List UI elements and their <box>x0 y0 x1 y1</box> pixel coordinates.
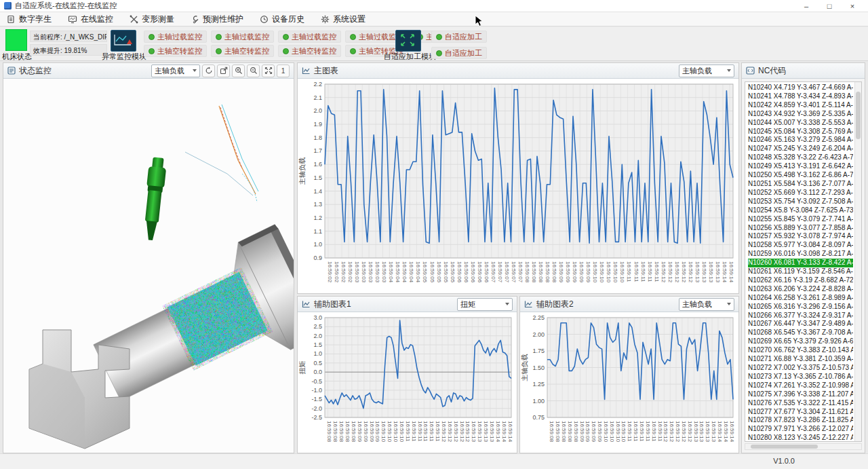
svg-text:16:59:11: 16:59:11 <box>417 421 423 442</box>
nc-code-line[interactable]: N10244 X5.007 Y-3.338 Z-5.553 A-75.297 <box>748 119 853 128</box>
nc-code-line[interactable]: N10269 X6.65 Y-3.379 Z-9.926 A-69.947 C <box>748 337 853 346</box>
nc-code-line[interactable]: N10245 X5.084 Y-3.308 Z-5.769 A-75.088 <box>748 128 853 136</box>
overload-monitor-button[interactable]: 主轴过载监控 <box>144 31 207 43</box>
view-scale-button[interactable]: 1 <box>277 64 290 77</box>
nc-code-line[interactable]: N10246 X5.163 Y-3.279 Z-5.984 A-74.892 <box>748 136 853 145</box>
anomaly-module-icon[interactable] <box>111 30 136 52</box>
nc-code-line[interactable]: N10249 X5.413 Y-3.191 Z-6.642 A-74.346 <box>748 162 853 171</box>
svg-text:16:59:06: 16:59:06 <box>477 261 483 283</box>
nc-code-line[interactable]: N10277 X7.677 Y-3.304 Z-11.621 A-64.48 <box>748 408 853 417</box>
close-button[interactable]: × <box>841 2 864 10</box>
scrollbar-thumb[interactable] <box>856 92 861 139</box>
svg-text:16:59:13: 16:59:13 <box>694 261 701 283</box>
idle-monitor-button[interactable]: 主轴空转监控 <box>278 45 341 57</box>
line-chart-icon <box>524 300 533 308</box>
fit-view-button[interactable] <box>262 64 275 77</box>
nc-vertical-scrollbar[interactable] <box>854 82 861 441</box>
nc-code-line[interactable]: N10248 X5.328 Y-3.22 Z-6.423 A-74.52 C <box>748 153 853 162</box>
nc-code-line[interactable]: N10255 X5.845 Y-3.079 Z-7.741 A-73.458 <box>748 215 853 224</box>
main-chart-signal-select[interactable]: 主轴负载 <box>679 64 734 77</box>
menu-item-deformation-measure[interactable]: 变形测量 <box>130 14 174 25</box>
nc-code-line[interactable]: N10268 X6.545 Y-3.367 Z-9.708 A-70.519 <box>748 329 853 337</box>
nc-code-line[interactable]: N10260 X6.081 Y-3.133 Z-8.422 A-72.835 <box>748 259 853 267</box>
svg-text:16:59:10: 16:59:10 <box>620 421 627 443</box>
nc-code-line[interactable]: N10259 X6.016 Y-3.098 Z-8.217 A-73.036 <box>748 250 853 259</box>
maximize-button[interactable]: □ <box>818 2 841 10</box>
svg-text:16:59:04: 16:59:04 <box>388 261 394 283</box>
wrench-icon <box>191 15 199 24</box>
menu-item-digital-twin[interactable]: 数字孪生 <box>7 14 52 25</box>
svg-text:16:59:11: 16:59:11 <box>645 421 651 442</box>
nc-code-line[interactable]: N10256 X5.889 Y-3.077 Z-7.858 A-73.348 <box>748 224 853 233</box>
nc-code-line[interactable]: N10253 X5.754 Y-3.092 Z-7.508 A-73.677 <box>748 198 853 206</box>
nc-code-line[interactable]: N10241 X4.788 Y-3.434 Z-4.893 A-76.062 <box>748 92 853 101</box>
nc-code-line[interactable]: N10262 X6.16 Y-3.19 Z-8.682 A-72.534 C <box>748 276 853 285</box>
menu-item-system-settings[interactable]: 系统设置 <box>321 14 366 25</box>
aux1-panel: 辅助图表1 扭矩 16:59:0816:59:0816:59:0816:59:0… <box>297 296 517 453</box>
idle-monitor-button[interactable]: 主轴空转监控 <box>211 45 274 57</box>
nc-code-line[interactable]: N10267 X6.447 Y-3.347 Z-9.489 A-71.055 <box>748 320 853 329</box>
nc-code-line[interactable]: N10273 X7.13 Y-3.365 Z-10.786 A-67.372 <box>748 373 853 381</box>
3d-viewport[interactable] <box>3 79 294 453</box>
svg-text:16:59:07: 16:59:07 <box>504 261 510 283</box>
svg-text:16:59:09: 16:59:09 <box>374 421 380 443</box>
svg-text:16:59:09: 16:59:09 <box>591 421 597 443</box>
nc-code-line[interactable]: N10271 X6.88 Y-3.381 Z-10.359 A-68.711 <box>748 355 853 364</box>
nc-code-line[interactable]: N10263 X6.206 Y-3.224 Z-8.828 A-72.33 C <box>748 285 853 294</box>
nc-code-line[interactable]: N10258 X5.977 Y-3.084 Z-8.097 A-73.138 <box>748 241 853 250</box>
nc-horizontal-scrollbar[interactable] <box>745 443 862 450</box>
nc-code-line[interactable]: N10278 X7.823 Y-3.286 Z-11.825 A-63.73 <box>748 416 853 425</box>
view-signal-select[interactable]: 主轴负载 <box>151 64 200 77</box>
nc-code-list[interactable]: N10240 X4.719 Y-3.467 Z-4.669 A-76.396N1… <box>745 81 862 442</box>
nc-code-line[interactable]: N10257 X5.932 Y-3.078 Z-7.974 A-73.243 <box>748 232 853 241</box>
svg-text:1.6: 1.6 <box>313 161 322 168</box>
nc-code-line[interactable]: N10264 X6.258 Y-3.261 Z-8.989 A-72.072 <box>748 294 853 303</box>
scrollbar-thumb[interactable] <box>751 445 818 449</box>
adaptive-module-icon[interactable] <box>395 30 421 52</box>
rotate-view-button[interactable] <box>202 64 215 77</box>
svg-text:16:59:10: 16:59:10 <box>399 421 405 443</box>
nc-code-line[interactable]: N10254 X5.8 Y-3.084 Z-7.625 A-73.571 C <box>748 206 853 215</box>
export-view-button[interactable] <box>217 64 230 77</box>
nc-code-line[interactable]: N10240 X4.719 Y-3.467 Z-4.669 A-76.396 <box>748 83 853 92</box>
idle-monitor-button[interactable]: 主轴空转监控 <box>144 45 207 57</box>
nc-code-line[interactable]: N10261 X6.119 Y-3.159 Z-8.546 A-72.701 <box>748 267 853 276</box>
nc-code-line[interactable]: N10243 X4.932 Y-3.369 Z-5.335 A-75.523 <box>748 110 853 119</box>
svg-text:1.50: 1.50 <box>532 364 545 371</box>
nc-code-line[interactable]: N10272 X7.002 Y-3.375 Z-10.573 A-68.05 <box>748 364 853 373</box>
aux2-signal-select[interactable]: 主轴负载 <box>679 298 734 311</box>
svg-text:16:59:14: 16:59:14 <box>723 421 729 443</box>
zoom-in-button[interactable] <box>232 64 245 77</box>
menu-item-predictive-maintenance[interactable]: 预测性维护 <box>191 14 243 25</box>
svg-text:16:59:11: 16:59:11 <box>633 261 639 282</box>
nc-code-line[interactable]: N10275 X7.396 Y-3.338 Z-11.207 A-65.95 <box>748 390 853 399</box>
adaptive-process-button[interactable]: 自适应加工 <box>431 31 487 43</box>
svg-text:1.4: 1.4 <box>313 188 322 195</box>
nc-code-line[interactable]: N10252 X5.669 Y-3.112 Z-7.293 A-73.844 <box>748 189 853 198</box>
svg-text:16:59:12: 16:59:12 <box>459 421 465 443</box>
nc-code-line[interactable]: N10276 X7.535 Y-3.322 Z-11.415 A-65.22 <box>748 399 853 408</box>
nc-code-line[interactable]: N10250 X5.498 Y-3.162 Z-6.86 A-74.178 C <box>748 171 853 180</box>
svg-text:2.0: 2.0 <box>313 107 322 114</box>
nc-code-line[interactable]: N10251 X5.584 Y-3.136 Z-7.077 A-74.012 <box>748 180 853 189</box>
svg-text:16:59:13: 16:59:13 <box>701 261 707 283</box>
menu-item-online-monitoring[interactable]: 在线监控 <box>68 14 113 25</box>
nc-code-line[interactable]: N10265 X6.316 Y-3.296 Z-9.156 A-71.771 <box>748 303 853 312</box>
nc-code-line[interactable]: N10274 X7.261 Y-3.352 Z-10.998 A-66.67 <box>748 381 853 390</box>
nc-code-line[interactable]: N10242 X4.859 Y-3.401 Z-5.114 A-75.775 <box>748 101 853 110</box>
nc-code-line[interactable]: N10247 X5.245 Y-3.249 Z-6.204 A-74.701 <box>748 145 853 153</box>
svg-text:16:59:06: 16:59:06 <box>456 261 462 283</box>
zoom-out-button[interactable] <box>247 64 260 77</box>
adaptive-process-button[interactable]: 自适应加工 <box>431 47 487 59</box>
svg-text:16:59:05: 16:59:05 <box>443 261 449 283</box>
minimize-button[interactable]: – <box>795 2 818 10</box>
aux1-signal-select[interactable]: 扭矩 <box>457 298 513 311</box>
nc-code-line[interactable]: N10270 X6.762 Y-3.383 Z-10.143 A-69.34 <box>748 346 853 355</box>
menu-item-device-history[interactable]: 设备历史 <box>260 14 304 25</box>
overload-monitor-button[interactable]: 主轴过载监控 <box>278 31 341 43</box>
nc-code-line[interactable]: N10279 X7.971 Y-3.266 Z-12.027 A-62.98 <box>748 425 853 434</box>
nc-code-line[interactable]: N10266 X6.377 Y-3.324 Z-9.317 A-71.443 <box>748 312 853 320</box>
chevron-down-icon <box>727 69 731 72</box>
overload-monitor-button[interactable]: 主轴过载监控 <box>211 31 274 43</box>
nc-code-line[interactable]: N10280 X8.123 Y-3.245 Z-12.227 A-62.23 <box>748 434 853 442</box>
